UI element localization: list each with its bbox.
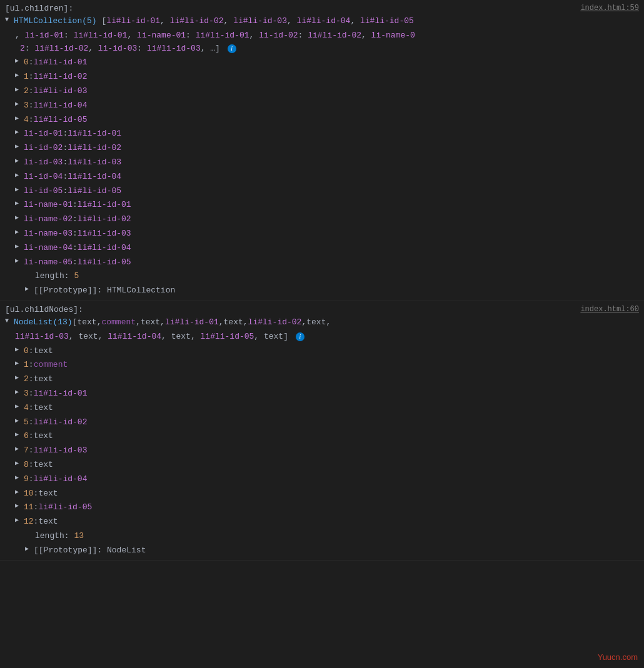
- expand-triangle-n8[interactable]: [15, 459, 23, 466]
- section2-length: length: 13: [0, 529, 644, 544]
- expand-triangle-named-01[interactable]: [15, 127, 23, 135]
- section1-item-4[interactable]: 4: li#li-id-05: [0, 113, 644, 127]
- section2-item-5[interactable]: 5: li#li-id-02: [0, 416, 644, 430]
- expand-triangle-n11[interactable]: [15, 501, 23, 509]
- section2-item-6[interactable]: 6: text: [0, 429, 644, 444]
- expand-triangle-n9[interactable]: [15, 473, 23, 481]
- section1-item-2[interactable]: 2: li#li-id-03: [0, 84, 644, 99]
- expand-triangle-2[interactable]: [15, 85, 23, 92]
- expand-triangle-n12[interactable]: [15, 516, 23, 523]
- expand-triangle-proto1[interactable]: [25, 284, 33, 292]
- section1-named-li-name-02[interactable]: li-name-02: li#li-id-02: [0, 212, 644, 227]
- expand-triangle-n10[interactable]: [15, 487, 23, 495]
- section1-named-li-id-03[interactable]: li-id-03: li#li-id-03: [0, 156, 644, 170]
- section1-named-li-name-03[interactable]: li-name-03: li#li-id-03: [0, 227, 644, 241]
- section1-item-3[interactable]: 3: li#li-id-04: [0, 99, 644, 113]
- section1-label: [ul.children]:: [5, 4, 73, 13]
- section2-item-11[interactable]: 11: li#li-id-05: [0, 501, 644, 515]
- section1-named-li-id-05[interactable]: li-id-05: li#li-id-05: [0, 184, 644, 199]
- section2-continuation: li#li-id-03, text, li#li-id-04, text, li…: [0, 330, 644, 344]
- section2-item-0[interactable]: 0: text: [0, 344, 644, 359]
- watermark: Yuucn.com: [598, 652, 638, 662]
- section1-continuation: , li-id-01: li#li-id-01, li-name-01: li#…: [0, 29, 644, 56]
- section1-item-1[interactable]: 1: li#li-id-02: [0, 70, 644, 84]
- expand-triangle-n2[interactable]: [15, 373, 23, 381]
- section1-header: [ul.children]: index.html:59: [0, 2, 644, 14]
- expand-triangle-named-04[interactable]: [15, 171, 23, 178]
- section1-length: length: 5: [0, 269, 644, 284]
- console-panel: [ul.children]: index.html:59 HTMLCollect…: [0, 0, 644, 561]
- expand-triangle-named-03[interactable]: [15, 156, 23, 164]
- section1-named-li-id-01[interactable]: li-id-01: li#li-id-01: [0, 127, 644, 141]
- expand-triangle-4[interactable]: [15, 114, 23, 121]
- expand-triangle-named-05[interactable]: [15, 185, 23, 192]
- info-badge-section2[interactable]: i: [296, 332, 304, 341]
- expand-triangle-n6[interactable]: [15, 430, 23, 437]
- expand-triangle-n4[interactable]: [15, 402, 23, 409]
- section1-named-li-name-05[interactable]: li-name-05: li#li-id-05: [0, 256, 644, 270]
- expand-triangle-n5[interactable]: [15, 416, 23, 424]
- section-ul-childnodes: [ul.childNodes]: index.html:60 NodeList(…: [0, 301, 644, 561]
- expand-triangle-0[interactable]: [15, 56, 23, 64]
- section1-named-li-name-01[interactable]: li-name-01: li#li-id-01: [0, 198, 644, 212]
- section2-header: [ul.childNodes]: index.html:60: [0, 304, 644, 316]
- section2-label: [ul.childNodes]:: [5, 305, 83, 314]
- expand-triangle-name-03[interactable]: [15, 227, 23, 235]
- collapse-triangle-section1[interactable]: [5, 15, 13, 22]
- section2-file-ref[interactable]: index.html:60: [580, 305, 639, 314]
- section2-item-7[interactable]: 7: li#li-id-03: [0, 444, 644, 458]
- section2-item-12[interactable]: 12: text: [0, 515, 644, 529]
- section2-summary-type: NodeList(13): [14, 316, 73, 329]
- expand-triangle-n0[interactable]: [15, 345, 23, 352]
- info-badge-section1[interactable]: i: [228, 44, 236, 53]
- section1-named-li-name-04[interactable]: li-name-04: li#li-id-04: [0, 241, 644, 256]
- expand-triangle-named-02[interactable]: [15, 142, 23, 149]
- expand-triangle-name-04[interactable]: [15, 242, 23, 249]
- expand-triangle-n1[interactable]: [15, 359, 23, 366]
- expand-triangle-name-05[interactable]: [15, 256, 23, 264]
- expand-triangle-proto2[interactable]: [25, 544, 33, 552]
- section1-file-ref[interactable]: index.html:59: [580, 4, 639, 13]
- expand-triangle-name-02[interactable]: [15, 213, 23, 221]
- section2-main-object[interactable]: NodeList(13) [text, comment, text, li#li…: [0, 316, 644, 330]
- section2-item-2[interactable]: 2: text: [0, 372, 644, 387]
- section2-prototype[interactable]: [[Prototype]]: NodeList: [0, 544, 644, 558]
- expand-triangle-name-01[interactable]: [15, 199, 23, 206]
- expand-triangle-n3[interactable]: [15, 387, 23, 395]
- section2-item-1[interactable]: 1: comment: [0, 358, 644, 372]
- section2-item-9[interactable]: 9: li#li-id-04: [0, 472, 644, 487]
- collapse-triangle-section2[interactable]: [5, 316, 13, 324]
- section1-named-li-id-04[interactable]: li-id-04: li#li-id-04: [0, 170, 644, 184]
- section1-summary-type: HTMLCollection(5): [14, 16, 97, 26]
- section1-named-li-id-02[interactable]: li-id-02: li#li-id-02: [0, 141, 644, 156]
- section2-item-8[interactable]: 8: text: [0, 458, 644, 472]
- expand-triangle-n7[interactable]: [15, 444, 23, 452]
- section1-item-0[interactable]: 0: li#li-id-01: [0, 56, 644, 70]
- section1-prototype[interactable]: [[Prototype]]: HTMLCollection: [0, 284, 644, 298]
- section2-item-3[interactable]: 3: li#li-id-01: [0, 387, 644, 401]
- section-ul-children: [ul.children]: index.html:59 HTMLCollect…: [0, 0, 644, 301]
- expand-triangle-1[interactable]: [15, 71, 23, 78]
- section2-item-10[interactable]: 10: text: [0, 487, 644, 501]
- section1-main-object[interactable]: HTMLCollection(5) [li#li-id-01, li#li-id…: [0, 14, 644, 29]
- expand-triangle-3[interactable]: [15, 99, 23, 107]
- section2-item-4[interactable]: 4: text: [0, 401, 644, 416]
